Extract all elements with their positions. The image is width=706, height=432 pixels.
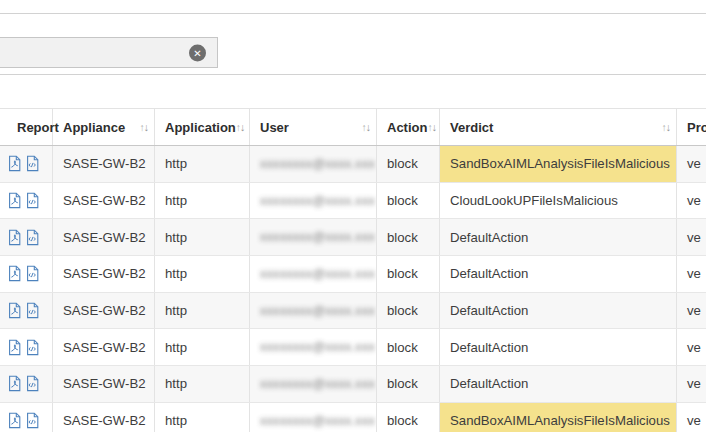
- action-cell: block: [377, 256, 440, 292]
- application-cell: http: [155, 293, 250, 329]
- application-cell: http: [155, 329, 250, 365]
- application-cell: http: [155, 146, 250, 182]
- user-cell: xxxxxxxx@xxxx.xxx: [250, 183, 377, 219]
- table-row[interactable]: SASE-GW-B2 http xxxxxxxx@xxxx.xxx block …: [0, 146, 706, 183]
- redacted-user-text: xxxxxxxx@xxxx.xxx: [260, 340, 375, 354]
- pdf-report-icon[interactable]: [7, 155, 22, 172]
- code-report-icon[interactable]: [25, 229, 40, 246]
- code-report-icon[interactable]: [25, 339, 40, 356]
- profile-cell: ve: [677, 219, 706, 255]
- pdf-report-icon[interactable]: [7, 339, 22, 356]
- redacted-user-text: xxxxxxxx@xxxx.xxx: [260, 414, 375, 428]
- application-cell: http: [155, 366, 250, 402]
- column-header-report: Report: [0, 109, 53, 145]
- sort-arrows-icon[interactable]: ↑↓: [662, 121, 677, 133]
- redacted-user-text: xxxxxxxx@xxxx.xxx: [260, 157, 375, 171]
- filter-search-box[interactable]: ✕: [0, 37, 218, 68]
- appliance-cell: SASE-GW-B2: [53, 219, 155, 255]
- table-row[interactable]: SASE-GW-B2 http xxxxxxxx@xxxx.xxx block …: [0, 329, 706, 366]
- table-row[interactable]: SASE-GW-B2 http xxxxxxxx@xxxx.xxx block …: [0, 403, 706, 432]
- appliance-cell: SASE-GW-B2: [53, 329, 155, 365]
- column-header-application[interactable]: Application ↑↓: [155, 109, 250, 145]
- verdict-cell: DefaultAction: [440, 219, 677, 255]
- verdict-cell: DefaultAction: [440, 293, 677, 329]
- report-cell: [0, 146, 53, 182]
- logs-table: Report Appliance ↑↓ Application ↑↓ User …: [0, 108, 706, 432]
- verdict-cell: DefaultAction: [440, 329, 677, 365]
- user-cell: xxxxxxxx@xxxx.xxx: [250, 329, 377, 365]
- profile-cell: ve: [677, 146, 706, 182]
- report-cell: [0, 219, 53, 255]
- column-header-appliance[interactable]: Appliance ↑↓: [53, 109, 155, 145]
- application-cell: http: [155, 183, 250, 219]
- column-header-label: Verdict: [450, 120, 493, 135]
- report-cell: [0, 366, 53, 402]
- column-header-label: Pro: [687, 120, 706, 135]
- table-header-row: Report Appliance ↑↓ Application ↑↓ User …: [0, 108, 706, 146]
- sort-arrows-icon[interactable]: ↑↓: [236, 121, 251, 133]
- redacted-user-text: xxxxxxxx@xxxx.xxx: [260, 267, 375, 281]
- verdict-cell: DefaultAction: [440, 366, 677, 402]
- verdict-cell: CloudLookUPFileIsMalicious: [440, 183, 677, 219]
- profile-cell: ve: [677, 403, 706, 432]
- sort-arrows-icon[interactable]: ↑↓: [140, 121, 155, 133]
- action-cell: block: [377, 366, 440, 402]
- top-divider: [0, 13, 706, 14]
- pdf-report-icon[interactable]: [7, 265, 22, 282]
- column-header-label: Appliance: [63, 120, 125, 135]
- appliance-cell: SASE-GW-B2: [53, 256, 155, 292]
- user-cell: xxxxxxxx@xxxx.xxx: [250, 256, 377, 292]
- sort-arrows-icon[interactable]: ↑↓: [362, 121, 377, 133]
- table-body: SASE-GW-B2 http xxxxxxxx@xxxx.xxx block …: [0, 146, 706, 432]
- action-cell: block: [377, 329, 440, 365]
- code-report-icon[interactable]: [25, 302, 40, 319]
- code-report-icon[interactable]: [25, 375, 40, 392]
- column-header-label: Application: [165, 120, 236, 135]
- code-report-icon[interactable]: [25, 265, 40, 282]
- column-header-label: Action: [387, 120, 427, 135]
- redacted-user-text: xxxxxxxx@xxxx.xxx: [260, 194, 375, 208]
- clear-search-button[interactable]: ✕: [189, 44, 206, 61]
- toolbar-divider: [0, 74, 706, 75]
- profile-cell: ve: [677, 329, 706, 365]
- column-header-verdict[interactable]: Verdict ↑↓: [440, 109, 677, 145]
- action-cell: block: [377, 183, 440, 219]
- pdf-report-icon[interactable]: [7, 302, 22, 319]
- report-cell: [0, 183, 53, 219]
- user-cell: xxxxxxxx@xxxx.xxx: [250, 146, 377, 182]
- application-cell: http: [155, 256, 250, 292]
- verdict-cell: SandBoxAIMLAnalysisFileIsMalicious: [440, 403, 677, 432]
- pdf-report-icon[interactable]: [7, 229, 22, 246]
- code-report-icon[interactable]: [25, 192, 40, 209]
- table-row[interactable]: SASE-GW-B2 http xxxxxxxx@xxxx.xxx block …: [0, 366, 706, 403]
- user-cell: xxxxxxxx@xxxx.xxx: [250, 293, 377, 329]
- report-cell: [0, 293, 53, 329]
- table-row[interactable]: SASE-GW-B2 http xxxxxxxx@xxxx.xxx block …: [0, 293, 706, 330]
- code-report-icon[interactable]: [25, 155, 40, 172]
- column-header-profile: Pro: [677, 109, 706, 145]
- report-cell: [0, 403, 53, 432]
- table-row[interactable]: SASE-GW-B2 http xxxxxxxx@xxxx.xxx block …: [0, 183, 706, 220]
- action-cell: block: [377, 146, 440, 182]
- table-row[interactable]: SASE-GW-B2 http xxxxxxxx@xxxx.xxx block …: [0, 256, 706, 293]
- appliance-cell: SASE-GW-B2: [53, 183, 155, 219]
- redacted-user-text: xxxxxxxx@xxxx.xxx: [260, 304, 375, 318]
- redacted-user-text: xxxxxxxx@xxxx.xxx: [260, 377, 375, 391]
- verdict-cell: DefaultAction: [440, 256, 677, 292]
- report-cell: [0, 329, 53, 365]
- application-cell: http: [155, 403, 250, 432]
- pdf-report-icon[interactable]: [7, 412, 22, 429]
- table-row[interactable]: SASE-GW-B2 http xxxxxxxx@xxxx.xxx block …: [0, 219, 706, 256]
- pdf-report-icon[interactable]: [7, 192, 22, 209]
- pdf-report-icon[interactable]: [7, 375, 22, 392]
- column-header-user[interactable]: User ↑↓: [250, 109, 377, 145]
- action-cell: block: [377, 219, 440, 255]
- report-cell: [0, 256, 53, 292]
- appliance-cell: SASE-GW-B2: [53, 403, 155, 432]
- column-header-action[interactable]: Action ↑↓: [377, 109, 440, 145]
- profile-cell: ve: [677, 256, 706, 292]
- filter-search-input[interactable]: [0, 38, 217, 67]
- code-report-icon[interactable]: [25, 412, 40, 429]
- profile-cell: ve: [677, 293, 706, 329]
- application-cell: http: [155, 219, 250, 255]
